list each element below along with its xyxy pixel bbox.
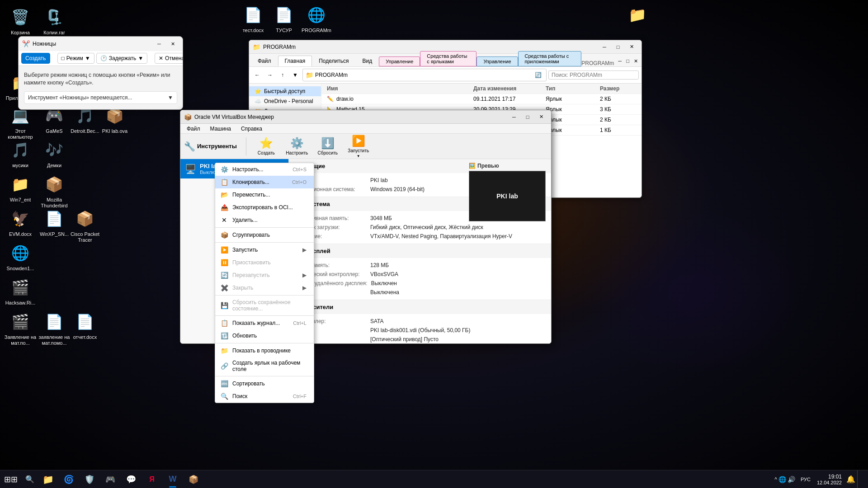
- section-header-storage[interactable]: 💾 Носители: [289, 300, 551, 314]
- pkg-icon: 📦: [189, 474, 198, 484]
- snip-mode-btn[interactable]: □ Режим ▼: [57, 53, 94, 64]
- win7-icon[interactable]: 📦 Mozilla Thunderbird: [36, 172, 72, 211]
- exp-minimize-btn[interactable]: ─: [616, 56, 624, 66]
- taskbar-pkg-btn[interactable]: 📦: [184, 470, 203, 488]
- tray-chevron[interactable]: ^: [774, 476, 777, 483]
- snip-delay-btn[interactable]: 🕐 Задержать ▼: [96, 53, 147, 64]
- copies-rar-icon[interactable]: 🗜️ Копии.rar: [36, 5, 72, 38]
- taskbar-browser-btn[interactable]: 🌀: [59, 470, 79, 488]
- snipping-title-icon: ✂️: [22, 40, 30, 47]
- snipping-minimize-btn[interactable]: ─: [153, 38, 165, 49]
- ctx-shortcut[interactable]: 🔗 Создать ярлык на рабочем столе: [215, 357, 314, 375]
- trash-icon[interactable]: 🗑️ Корзина: [2, 5, 38, 38]
- demki-icon[interactable]: 📁 Win7_ent: [2, 172, 38, 205]
- taskbar-discord-btn[interactable]: 💬: [121, 470, 141, 488]
- ctx-refresh[interactable]: 🔃 Обновить: [215, 329, 314, 342]
- nav-recent-btn[interactable]: ▼: [290, 70, 301, 80]
- detail-row-boot: Порядок загрузки: Гибкий диск, Оптически…: [294, 223, 546, 232]
- test-icon[interactable]: 📄 ТУСУР: [266, 2, 302, 35]
- taskbar-steam-btn[interactable]: 🎮: [100, 470, 120, 488]
- snipping-expand[interactable]: Инструмент «Ножницы» перемещается... ▼: [24, 91, 177, 104]
- vbox-menu-machine[interactable]: Машина: [206, 125, 236, 133]
- tab-apps[interactable]: Средства работы с приложениями: [518, 51, 582, 66]
- ctx-explorer[interactable]: 📁 Показать в проводнике: [215, 344, 314, 357]
- snipping-body: Выберите режим ножниц с помощью кнопки «…: [19, 66, 183, 109]
- explorer-minimize-btn[interactable]: ─: [598, 42, 611, 52]
- ctx-search[interactable]: 🔍 Поиск Ctrl+F: [215, 390, 314, 403]
- vbox-create-btn[interactable]: ⭐ Создать: [252, 136, 281, 157]
- cisco-icon[interactable]: 🌐 Snowden1...: [2, 240, 38, 273]
- vbox-minimize-btn[interactable]: ─: [508, 112, 520, 122]
- explorer-title: PROGRAMm: [263, 44, 598, 50]
- nav-forward-btn[interactable]: →: [264, 70, 275, 80]
- ctx-sort[interactable]: 🔤 Сортировать: [215, 377, 314, 390]
- ctx-settings[interactable]: ⚙️ Настроить... Ctrl+S: [215, 163, 314, 176]
- explorer-maximize-btn[interactable]: □: [612, 42, 624, 52]
- mozilla-icon[interactable]: 🦅 EVM.docx: [2, 206, 38, 239]
- nav-quick-access[interactable]: ⭐ Быстрый доступ: [249, 86, 321, 96]
- ctx-start[interactable]: ▶️ Запустить ▶: [215, 244, 314, 256]
- hacksaw-icon[interactable]: 🎬 Заявление на мат.по...: [2, 309, 38, 348]
- ctx-refresh-icon: 🔃: [221, 332, 228, 339]
- vbox-reset-btn[interactable]: ⬇️ Сбросить: [313, 136, 342, 157]
- fl-studio-icon[interactable]: 🎵 мусики: [2, 137, 38, 170]
- tray-volume-icon[interactable]: 🔊: [788, 476, 795, 483]
- ctx-group[interactable]: 📦 Сгруппировать: [215, 229, 314, 241]
- music-icon[interactable]: 🎶 Демки: [36, 137, 72, 170]
- tab-shortcuts[interactable]: Средства работы с ярлыками: [420, 51, 476, 66]
- ctx-clone[interactable]: 📋 Клонировать... Ctrl+O: [215, 176, 314, 188]
- ctx-shortcut-icon: 🔗: [221, 362, 228, 370]
- notifications-btn[interactable]: 🔔: [846, 470, 855, 488]
- snowden-icon[interactable]: 🎬 Hacksaw.Ri...: [2, 275, 38, 308]
- nav-up-btn[interactable]: ↑: [277, 70, 288, 80]
- tab-share[interactable]: Поделиться: [312, 56, 355, 66]
- vbox-close-btn[interactable]: ✕: [535, 112, 547, 122]
- zayav2-icon[interactable]: 📄 отчет.docx: [67, 309, 103, 342]
- table-row[interactable]: ✏️ draw.io 09.11.2021 17:17 Ярлык 2 КБ: [321, 94, 642, 104]
- tab-manage2[interactable]: Управление: [476, 56, 518, 66]
- vbox-section-display: 🖥️ Дисплей Видеопамять: 128 МБ Графическ…: [289, 244, 551, 300]
- search-input[interactable]: [548, 70, 639, 80]
- vbox-maximize-btn[interactable]: □: [521, 112, 534, 122]
- address-path-container[interactable]: 📁 PROGRAMm 🔄: [302, 69, 547, 81]
- snipping-close-btn[interactable]: ✕: [166, 38, 179, 49]
- vbox-menu-help[interactable]: Справка: [236, 125, 267, 133]
- tab-file[interactable]: Файл: [251, 56, 278, 66]
- start-button[interactable]: ⊞: [0, 470, 22, 488]
- vbox-menubar: Файл Машина Справка: [180, 124, 551, 134]
- ctx-delete[interactable]: ✕ Удалить...: [215, 214, 314, 226]
- delay-icon: 🕐: [100, 55, 107, 61]
- taskbar-search-btn[interactable]: 🔍: [22, 470, 38, 488]
- taskbar-antivirus-btn[interactable]: 🛡️: [80, 470, 99, 488]
- tab-view[interactable]: Вид: [355, 56, 379, 66]
- tusup-icon[interactable]: 🌐 PROGRAMm: [298, 2, 335, 35]
- programm-icon[interactable]: 📁: [619, 2, 656, 29]
- tab-home[interactable]: Главная: [278, 56, 312, 66]
- nav-refresh-btn[interactable]: 🔄: [533, 70, 543, 80]
- exp-maximize-btn[interactable]: □: [624, 56, 632, 66]
- tray-network-icon[interactable]: 🌐: [779, 476, 786, 483]
- ctx-move[interactable]: 📂 Переместить...: [215, 188, 314, 201]
- preview-title: 🖼️ Превью: [469, 163, 546, 169]
- taskbar-clock[interactable]: 19:01 12.04.2022: [814, 474, 844, 485]
- nav-onedrive[interactable]: ☁️ OneDrive - Personal: [249, 96, 321, 106]
- ctx-log[interactable]: 📋 Показать журнал... Ctrl+L: [215, 317, 314, 329]
- vbox-menu-file[interactable]: Файл: [182, 125, 205, 133]
- taskbar-explorer-btn[interactable]: 📁: [38, 470, 58, 488]
- taskbar-word-btn[interactable]: W: [163, 470, 183, 488]
- show-desktop-btn[interactable]: [857, 470, 864, 488]
- lang-label[interactable]: РУС: [801, 477, 811, 482]
- nav-back-btn[interactable]: ←: [252, 70, 263, 80]
- snip-create-btn[interactable]: Создать: [21, 53, 50, 64]
- section-header-display[interactable]: 🖥️ Дисплей: [289, 244, 551, 258]
- vbox-start-btn[interactable]: ▶️ Запустить ▼: [344, 136, 373, 157]
- explorer-close-btn[interactable]: ✕: [625, 42, 638, 52]
- exp-close-btn[interactable]: ✕: [632, 56, 640, 66]
- onedrive-icon: ☁️: [255, 98, 261, 104]
- snip-cancel-btn[interactable]: ✕ Отмена: [155, 53, 183, 64]
- tab-manage1[interactable]: Управление: [379, 56, 420, 66]
- winxp-icon[interactable]: 📦 Cisco Packet Tracer: [67, 206, 103, 245]
- vbox-settings-btn[interactable]: ⚙️ Настроить: [283, 136, 311, 157]
- ctx-export[interactable]: 📤 Экспортировать в OCI...: [215, 201, 314, 214]
- taskbar-yandex-btn[interactable]: Я: [142, 470, 162, 488]
